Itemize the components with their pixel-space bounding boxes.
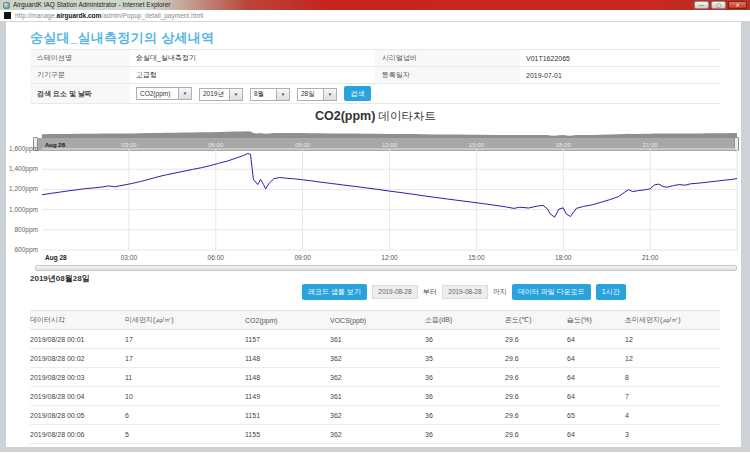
table-cell: 1148 — [245, 349, 330, 368]
y-axis-tick: 600ppm — [15, 246, 39, 254]
month-select[interactable]: 8월▼ — [250, 88, 290, 101]
month-select-value: 8월 — [251, 89, 276, 100]
table-cell: 29.6 — [505, 387, 567, 406]
browser-window: AirguardK IAQ Station Administrator - In… — [0, 0, 750, 453]
table-cell: 362 — [330, 406, 425, 425]
year-select[interactable]: 2019년▼ — [199, 88, 243, 101]
table-cell: 2019/08/28 00:06 — [30, 425, 125, 444]
page-content: 숭실대_실내측정기의 상세내역 스테이션명 숭실대_실내측정기 시리얼넘버 V0… — [0, 22, 750, 452]
table-cell: 1149 — [245, 387, 330, 406]
x-axis-tick: 18:00 — [555, 254, 571, 261]
address-url[interactable]: http://manage.airguardk.com/admin/Popup_… — [15, 12, 203, 19]
table-row: 2019/08/28 00:05611513623629.6654 — [30, 406, 720, 425]
interval-button[interactable]: 1시간 — [596, 284, 626, 300]
search-button[interactable]: 검색 — [344, 86, 371, 101]
table-cell: 36 — [425, 387, 505, 406]
search-element-select[interactable]: CO2(ppm)▼ — [136, 87, 192, 100]
column-header: 미세먼지(㎍/㎥) — [125, 311, 245, 330]
chart-title-suffix: 데이타차트 — [375, 110, 436, 122]
table-cell: 362 — [330, 349, 425, 368]
date-to-input[interactable] — [442, 285, 488, 299]
table-row: 2019/08/28 00:031111483623629.6648 — [30, 368, 720, 387]
chart-title: CO2(ppm) 데이타차트 — [12, 109, 739, 124]
address-bar: http://manage.airguardk.com/admin/Popup_… — [0, 10, 750, 22]
chevron-down-icon: ▼ — [178, 88, 191, 99]
maximize-button[interactable]: ▢ — [711, 1, 726, 9]
table-cell: 2019/08/28 00:02 — [30, 349, 125, 368]
table-cell: 1154 — [245, 444, 330, 453]
co2-chart: CO2(ppm) 데이타차트 Aug 2803:0006:0009:0012:0… — [12, 108, 739, 278]
y-axis-tick: 1,200ppm — [9, 185, 38, 193]
table-cell: 6 — [125, 406, 245, 425]
window-title: AirguardK IAQ Station Administrator - In… — [13, 0, 692, 10]
x-axis-tick: 09:00 — [294, 254, 310, 261]
register-date-value: 2019-07-01 — [520, 67, 720, 83]
x-axis-tick: 03:00 — [121, 254, 137, 261]
table-row: 2019/08/28 00:07511543633729.6643 — [30, 444, 720, 453]
chevron-down-icon: ▼ — [276, 89, 289, 100]
url-prefix: http://manage. — [15, 12, 57, 19]
minimize-button[interactable]: — — [694, 1, 709, 9]
chevron-down-icon: ▼ — [323, 89, 336, 100]
record-date-label: 2019년08월28일 — [30, 273, 90, 284]
table-cell: 36 — [425, 330, 505, 349]
navigator-silhouette — [42, 131, 737, 138]
column-header: 습도(%) — [567, 311, 625, 330]
search-row: 검색 요소 및 날짜 CO2(ppm)▼2019년▼8월▼28일▼ 검색 — [30, 84, 720, 104]
serial-number-label: 시리얼넘버 — [375, 50, 520, 66]
record-sample-button[interactable]: 레코드 샘플 보기 — [302, 284, 367, 300]
y-axis-tick: 1,600ppm — [9, 145, 38, 153]
column-header: 온도(℃) — [505, 311, 567, 330]
table-cell: 36 — [425, 406, 505, 425]
table-cell: 1157 — [245, 330, 330, 349]
data-download-button[interactable]: 데이터 파일 다운로드 — [512, 284, 591, 300]
table-cell: 4 — [625, 406, 720, 425]
table-row: 2019/08/28 00:06511553623629.6643 — [30, 425, 720, 444]
x-axis-tick: 21:00 — [642, 254, 658, 261]
search-label: 검색 요소 및 날짜 — [30, 84, 130, 103]
from-label: 부터 — [423, 287, 437, 297]
table-cell: 29.6 — [505, 425, 567, 444]
date-from-input[interactable] — [372, 285, 418, 299]
table-cell: 361 — [330, 387, 425, 406]
url-path: /admin/Popup_detail_payment.html — [101, 12, 203, 19]
table-cell: 362 — [330, 368, 425, 387]
records-table-header: 데이터시각미세먼지(㎍/㎥)CO2(ppm)VOCS(ppb)소음(dB)온도(… — [30, 311, 720, 330]
station-info-table: 스테이션명 숭실대_실내측정기 시리얼넘버 V01T1622065 기기구분 고… — [30, 49, 720, 104]
table-cell: 363 — [330, 444, 425, 453]
table-cell: 7 — [625, 387, 720, 406]
table-cell: 2019/08/28 00:04 — [30, 387, 125, 406]
station-name-value: 숭실대_실내측정기 — [130, 50, 375, 66]
year-select-value: 2019년 — [200, 89, 229, 100]
column-header: 소음(dB) — [425, 311, 505, 330]
chart-scrollbar[interactable] — [35, 265, 737, 271]
table-cell: 2019/08/28 00:01 — [30, 330, 125, 349]
register-date-label: 등록일자 — [375, 67, 520, 83]
search-controls: CO2(ppm)▼2019년▼8월▼28일▼ 검색 — [130, 84, 720, 103]
chart-x-axis: Aug 2803:0006:0009:0012:0015:0018:0021:0… — [12, 254, 739, 263]
table-cell: 2019/08/28 00:07 — [30, 444, 125, 453]
search-element-select-value: CO2(ppm) — [137, 88, 178, 99]
station-name-label: 스테이션명 — [30, 50, 130, 66]
table-cell: 12 — [625, 330, 720, 349]
table-cell: 3 — [625, 444, 720, 453]
page-title: 숭실대_실내측정기의 상세내역 — [30, 29, 214, 47]
table-cell: 2019/08/28 00:05 — [30, 406, 125, 425]
x-axis-tick: 15:00 — [468, 254, 484, 261]
table-cell: 5 — [125, 425, 245, 444]
serial-number-value: V01T1622065 — [520, 50, 720, 66]
table-cell: 64 — [567, 368, 625, 387]
table-cell: 35 — [425, 349, 505, 368]
maximize-icon: ▢ — [716, 3, 721, 8]
y-axis-tick: 1,000ppm — [9, 206, 38, 214]
chevron-down-icon: ▼ — [229, 89, 242, 100]
device-type-value: 고급형 — [130, 67, 375, 83]
to-label: 까지 — [493, 287, 507, 297]
close-button[interactable]: ✕ — [728, 1, 747, 9]
info-row-2: 기기구분 고급형 등록일자 2019-07-01 — [30, 67, 720, 84]
table-cell: 29.6 — [505, 330, 567, 349]
table-cell: 1148 — [245, 368, 330, 387]
table-cell: 17 — [125, 330, 245, 349]
day-select[interactable]: 28일▼ — [297, 88, 337, 101]
table-row: 2019/08/28 00:011711573613629.66412 — [30, 330, 720, 349]
